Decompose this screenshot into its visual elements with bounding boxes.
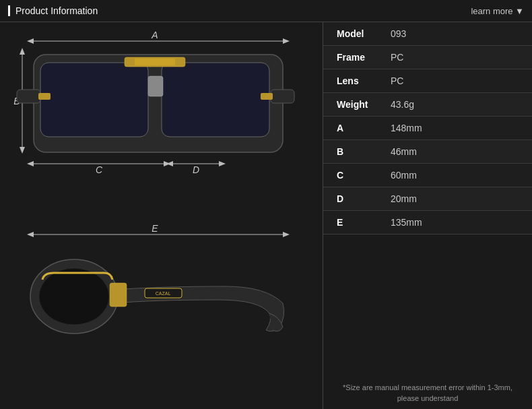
svg-marker-6 (20, 147, 25, 154)
svg-marker-28 (283, 232, 290, 237)
svg-rect-17 (261, 93, 273, 100)
svg-rect-15 (271, 90, 294, 103)
svg-rect-32 (110, 283, 127, 307)
spec-row: Weight 43.6g (323, 93, 532, 117)
left-panel: A B (0, 22, 323, 409)
page-title: Product Information (8, 5, 98, 16)
svg-marker-1 (27, 38, 34, 44)
svg-rect-14 (17, 90, 40, 103)
front-diagram-svg: A B (10, 29, 300, 177)
spec-value: 093 (391, 28, 406, 39)
spec-value: 148mm (391, 123, 422, 133)
svg-rect-10 (162, 63, 269, 137)
spec-value: 135mm (391, 217, 422, 228)
svg-marker-5 (20, 48, 25, 55)
spec-label: Frame (337, 52, 391, 63)
title-text: Product Information (15, 5, 98, 16)
spec-label: C (337, 170, 391, 181)
svg-marker-23 (166, 161, 173, 166)
spec-label: A (337, 123, 391, 133)
svg-text:CAZAL: CAZAL (156, 291, 171, 296)
spec-row: E 135mm (323, 211, 532, 234)
spec-label: Model (337, 28, 391, 39)
side-view-diagram: E CAZAL (10, 222, 312, 402)
spec-value: 43.6g (391, 99, 414, 110)
spec-row: A 148mm (323, 117, 532, 140)
spec-label: B (337, 146, 391, 157)
svg-rect-13 (135, 59, 175, 65)
svg-text:E: E (152, 223, 158, 234)
svg-text:A: A (151, 30, 158, 40)
spec-row: Lens PC (323, 69, 532, 93)
learn-more-label: learn more ▼ (471, 6, 524, 16)
spec-row: B 46mm (323, 140, 532, 164)
svg-marker-2 (283, 38, 290, 44)
svg-marker-27 (27, 232, 34, 237)
right-panel: Model 093 Frame PC Lens PC Weight 43.6g … (323, 22, 532, 409)
svg-text:D: D (193, 164, 199, 175)
specs-rows: Model 093 Frame PC Lens PC Weight 43.6g … (323, 22, 532, 377)
specs-container: Model 093 Frame PC Lens PC Weight 43.6g … (323, 22, 532, 377)
svg-marker-24 (219, 161, 226, 166)
spec-row: C 60mm (323, 164, 532, 187)
spec-value: 20mm (391, 193, 417, 204)
svg-marker-19 (27, 161, 34, 166)
svg-rect-16 (38, 93, 51, 100)
spec-label: Lens (337, 75, 391, 86)
spec-value: PC (391, 75, 403, 86)
svg-rect-9 (40, 63, 148, 137)
spec-label: E (337, 217, 391, 228)
spec-row: Model 093 (323, 22, 532, 46)
svg-text:C: C (96, 164, 103, 175)
learn-more-button[interactable]: learn more ▼ (471, 6, 524, 16)
front-view-diagram: A B (10, 29, 312, 209)
svg-point-31 (39, 268, 109, 325)
side-diagram-svg: E CAZAL (10, 222, 300, 357)
spec-value: PC (391, 52, 403, 63)
spec-value: 46mm (391, 146, 417, 157)
spec-value: 60mm (391, 170, 417, 181)
page-header: Product Information learn more ▼ (0, 0, 532, 22)
spec-row: Frame PC (323, 46, 532, 69)
disclaimer-text: *Size are manual measurement error withi… (323, 377, 532, 409)
spec-label: Weight (337, 99, 391, 110)
main-content: A B (0, 22, 532, 409)
spec-row: D 20mm (323, 187, 532, 211)
spec-label: D (337, 193, 391, 204)
svg-rect-11 (148, 76, 163, 96)
